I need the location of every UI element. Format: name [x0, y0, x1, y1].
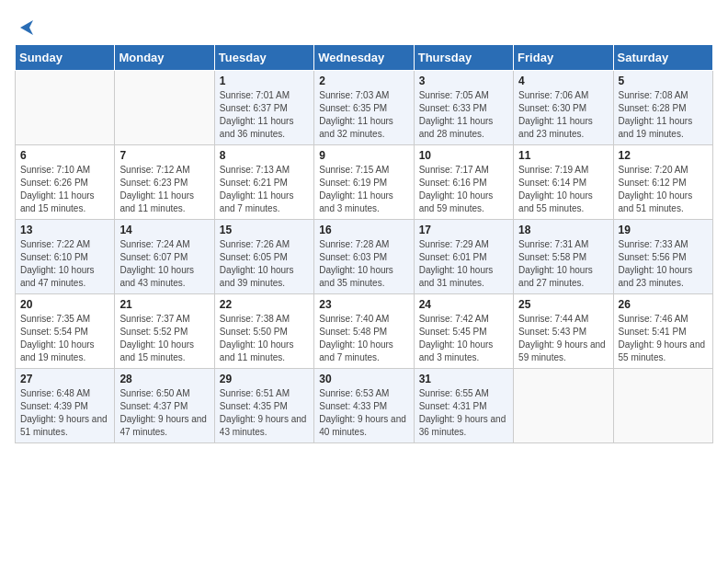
calendar-cell: 24Sunrise: 7:42 AMSunset: 5:45 PMDayligh… [414, 294, 513, 369]
calendar-cell: 1Sunrise: 7:01 AMSunset: 6:37 PMDaylight… [214, 71, 313, 145]
day-info: Sunrise: 7:22 AMSunset: 6:10 PMDaylight:… [20, 238, 109, 290]
day-info: Sunrise: 7:15 AMSunset: 6:19 PMDaylight:… [319, 164, 408, 215]
day-number: 5 [619, 75, 708, 87]
day-info: Sunrise: 7:40 AMSunset: 5:48 PMDaylight:… [319, 313, 408, 364]
day-info: Sunrise: 7:42 AMSunset: 5:45 PMDaylight:… [419, 313, 508, 364]
day-info: Sunrise: 7:29 AMSunset: 6:01 PMDaylight:… [419, 238, 508, 290]
day-info: Sunrise: 7:46 AMSunset: 5:41 PMDaylight:… [619, 313, 708, 364]
calendar-cell: 14Sunrise: 7:24 AMSunset: 6:07 PMDayligh… [115, 220, 214, 294]
calendar-cell: 30Sunrise: 6:53 AMSunset: 4:33 PMDayligh… [314, 369, 414, 443]
col-header-saturday: Saturday [613, 45, 712, 71]
calendar-cell: 4Sunrise: 7:06 AMSunset: 6:30 PMDaylight… [514, 71, 613, 145]
calendar-cell: 15Sunrise: 7:26 AMSunset: 6:05 PMDayligh… [214, 220, 313, 294]
logo-bird-icon [20, 18, 39, 37]
day-info: Sunrise: 7:33 AMSunset: 5:56 PMDaylight:… [619, 238, 708, 290]
calendar-cell: 3Sunrise: 7:05 AMSunset: 6:33 PMDaylight… [414, 71, 513, 145]
day-number: 24 [419, 298, 508, 311]
day-number: 13 [20, 224, 109, 236]
calendar-cell: 23Sunrise: 7:40 AMSunset: 5:48 PMDayligh… [314, 294, 414, 369]
calendar-cell: 12Sunrise: 7:20 AMSunset: 6:12 PMDayligh… [613, 145, 712, 220]
day-number: 15 [220, 224, 309, 236]
day-number: 11 [518, 149, 608, 162]
day-info: Sunrise: 6:53 AMSunset: 4:33 PMDaylight:… [319, 387, 408, 439]
calendar-cell: 6Sunrise: 7:10 AMSunset: 6:26 PMDaylight… [16, 145, 115, 220]
calendar-cell: 8Sunrise: 7:13 AMSunset: 6:21 PMDaylight… [214, 145, 313, 220]
day-number: 22 [220, 298, 309, 311]
day-number: 18 [518, 224, 608, 236]
col-header-monday: Monday [115, 45, 214, 71]
calendar-cell: 29Sunrise: 6:51 AMSunset: 4:35 PMDayligh… [214, 369, 313, 443]
day-number: 3 [419, 75, 508, 87]
col-header-thursday: Thursday [414, 45, 513, 71]
day-number: 8 [220, 149, 309, 162]
day-number: 16 [319, 224, 408, 236]
day-info: Sunrise: 7:38 AMSunset: 5:50 PMDaylight:… [220, 313, 309, 364]
day-number: 27 [20, 373, 109, 385]
day-info: Sunrise: 7:01 AMSunset: 6:37 PMDaylight:… [220, 89, 309, 141]
day-number: 1 [220, 75, 309, 87]
calendar-cell: 11Sunrise: 7:19 AMSunset: 6:14 PMDayligh… [514, 145, 613, 220]
calendar-cell: 27Sunrise: 6:48 AMSunset: 4:39 PMDayligh… [16, 369, 115, 443]
calendar-cell [115, 71, 214, 145]
calendar-cell: 26Sunrise: 7:46 AMSunset: 5:41 PMDayligh… [613, 294, 712, 369]
calendar-cell: 13Sunrise: 7:22 AMSunset: 6:10 PMDayligh… [16, 220, 115, 294]
day-info: Sunrise: 7:08 AMSunset: 6:28 PMDaylight:… [619, 89, 708, 141]
calendar-cell: 21Sunrise: 7:37 AMSunset: 5:52 PMDayligh… [115, 294, 214, 369]
day-info: Sunrise: 7:19 AMSunset: 6:14 PMDaylight:… [518, 164, 608, 215]
calendar-cell: 17Sunrise: 7:29 AMSunset: 6:01 PMDayligh… [414, 220, 513, 294]
day-info: Sunrise: 7:35 AMSunset: 5:54 PMDaylight:… [20, 313, 109, 364]
day-info: Sunrise: 7:05 AMSunset: 6:33 PMDaylight:… [419, 89, 508, 141]
calendar-cell: 18Sunrise: 7:31 AMSunset: 5:58 PMDayligh… [514, 220, 613, 294]
day-number: 31 [419, 373, 508, 385]
day-info: Sunrise: 7:06 AMSunset: 6:30 PMDaylight:… [518, 89, 608, 141]
day-info: Sunrise: 7:10 AMSunset: 6:26 PMDaylight:… [20, 164, 109, 215]
calendar-cell: 16Sunrise: 7:28 AMSunset: 6:03 PMDayligh… [314, 220, 414, 294]
day-info: Sunrise: 7:13 AMSunset: 6:21 PMDaylight:… [220, 164, 309, 215]
col-header-tuesday: Tuesday [214, 45, 313, 71]
day-number: 23 [319, 298, 408, 311]
day-info: Sunrise: 6:50 AMSunset: 4:37 PMDaylight:… [119, 387, 209, 439]
day-info: Sunrise: 6:51 AMSunset: 4:35 PMDaylight:… [220, 387, 309, 439]
logo [15, 15, 39, 37]
day-info: Sunrise: 7:44 AMSunset: 5:43 PMDaylight:… [518, 313, 608, 364]
svg-marker-0 [20, 20, 33, 35]
calendar-cell [613, 369, 712, 443]
calendar-cell: 7Sunrise: 7:12 AMSunset: 6:23 PMDaylight… [115, 145, 214, 220]
day-number: 30 [319, 373, 408, 385]
page-header [15, 15, 713, 37]
day-info: Sunrise: 6:55 AMSunset: 4:31 PMDaylight:… [419, 387, 508, 439]
day-info: Sunrise: 7:26 AMSunset: 6:05 PMDaylight:… [220, 238, 309, 290]
day-number: 12 [619, 149, 708, 162]
day-number: 7 [119, 149, 209, 162]
day-info: Sunrise: 7:28 AMSunset: 6:03 PMDaylight:… [319, 238, 408, 290]
day-info: Sunrise: 6:48 AMSunset: 4:39 PMDaylight:… [20, 387, 109, 439]
calendar-table: SundayMondayTuesdayWednesdayThursdayFrid… [15, 44, 713, 443]
day-number: 17 [419, 224, 508, 236]
day-info: Sunrise: 7:24 AMSunset: 6:07 PMDaylight:… [119, 238, 209, 290]
day-number: 9 [319, 149, 408, 162]
calendar-cell: 22Sunrise: 7:38 AMSunset: 5:50 PMDayligh… [214, 294, 313, 369]
calendar-cell [514, 369, 613, 443]
day-number: 26 [619, 298, 708, 311]
day-info: Sunrise: 7:20 AMSunset: 6:12 PMDaylight:… [619, 164, 708, 215]
col-header-wednesday: Wednesday [314, 45, 414, 71]
col-header-friday: Friday [514, 45, 613, 71]
day-number: 6 [20, 149, 109, 162]
calendar-cell: 19Sunrise: 7:33 AMSunset: 5:56 PMDayligh… [613, 220, 712, 294]
calendar-cell [16, 71, 115, 145]
calendar-cell: 20Sunrise: 7:35 AMSunset: 5:54 PMDayligh… [16, 294, 115, 369]
day-number: 25 [518, 298, 608, 311]
calendar-cell: 5Sunrise: 7:08 AMSunset: 6:28 PMDaylight… [613, 71, 712, 145]
day-info: Sunrise: 7:17 AMSunset: 6:16 PMDaylight:… [419, 164, 508, 215]
day-number: 10 [419, 149, 508, 162]
calendar-cell: 31Sunrise: 6:55 AMSunset: 4:31 PMDayligh… [414, 369, 513, 443]
day-info: Sunrise: 7:31 AMSunset: 5:58 PMDaylight:… [518, 238, 608, 290]
day-number: 19 [619, 224, 708, 236]
calendar-cell: 2Sunrise: 7:03 AMSunset: 6:35 PMDaylight… [314, 71, 414, 145]
day-number: 21 [119, 298, 209, 311]
col-header-sunday: Sunday [16, 45, 115, 71]
calendar-cell: 28Sunrise: 6:50 AMSunset: 4:37 PMDayligh… [115, 369, 214, 443]
calendar-cell: 9Sunrise: 7:15 AMSunset: 6:19 PMDaylight… [314, 145, 414, 220]
calendar-cell: 25Sunrise: 7:44 AMSunset: 5:43 PMDayligh… [514, 294, 613, 369]
day-number: 14 [119, 224, 209, 236]
